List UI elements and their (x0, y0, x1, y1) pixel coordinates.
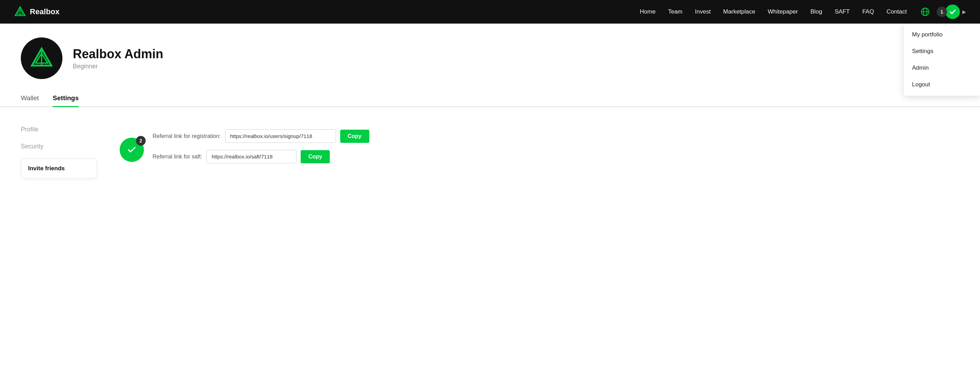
nav-team[interactable]: Team (668, 8, 682, 15)
profile-info: Realbox Admin Beginner (73, 47, 163, 70)
navbar-right: 1 ▶ (921, 3, 966, 20)
dropdown-logout[interactable]: Logout (904, 76, 980, 93)
navbar: Realbox Home Team Invest Marketplace Whi… (0, 0, 980, 24)
referral-notification-badge: 2 (136, 136, 146, 146)
profile-name: Realbox Admin (73, 47, 163, 61)
dropdown-settings[interactable]: Settings (904, 43, 980, 60)
user-menu-toggle[interactable]: 1 ▶ (937, 3, 966, 20)
avatar (21, 37, 62, 79)
referral-saft-row: Referral link for saft: Copy (153, 150, 330, 163)
nav-saft[interactable]: SAFT (835, 8, 850, 15)
nav-faq[interactable]: FAQ (862, 8, 874, 15)
nav-marketplace[interactable]: Marketplace (723, 8, 755, 15)
tab-settings[interactable]: Settings (53, 94, 79, 107)
notification-badge: 1 (937, 6, 947, 17)
nav-contact[interactable]: Contact (886, 8, 907, 15)
nav-blog[interactable]: Blog (810, 8, 822, 15)
logo-text: Realbox (30, 7, 60, 16)
nav-links: Home Team Invest Marketplace Whitepaper … (640, 8, 907, 15)
globe-icon-button[interactable] (921, 7, 930, 16)
tabs: Wallet Settings (0, 86, 980, 107)
referral-registration-input[interactable] (225, 129, 336, 143)
dropdown-my-portfolio[interactable]: My portfolio (904, 26, 980, 43)
logo[interactable]: Realbox (14, 6, 60, 18)
sidebar-item-profile[interactable]: Profile (21, 121, 97, 138)
user-dropdown-menu: My portfolio Settings Admin Logout (904, 24, 980, 96)
main-content: Realbox Admin Beginner 1 (0, 24, 980, 371)
nav-whitepaper[interactable]: Whitepaper (768, 8, 798, 15)
referral-saft-label: Referral link for saft: (153, 154, 202, 160)
profile-header: Realbox Admin Beginner 1 (0, 24, 980, 79)
settings-content: Profile Security Invite friends 2 (0, 107, 980, 193)
dropdown-arrow-icon: ▶ (963, 9, 966, 14)
referral-registration-label: Referral link for registration: (153, 133, 221, 139)
nav-invest[interactable]: Invest (695, 8, 711, 15)
referral-saft-input[interactable] (206, 150, 296, 163)
referral-center-area: 2 Referral link for registration: Copy R… (111, 121, 959, 178)
invite-friends-box[interactable]: Invite friends (21, 158, 97, 178)
referral-icon-area: 2 (118, 136, 146, 164)
tab-wallet[interactable]: Wallet (21, 94, 39, 107)
referral-registration-row: Referral link for registration: Copy (153, 129, 369, 143)
copy-registration-button[interactable]: Copy (340, 130, 369, 143)
dropdown-admin[interactable]: Admin (904, 60, 980, 76)
copy-saft-button[interactable]: Copy (301, 150, 330, 163)
referral-section: Referral link for registration: Copy Ref… (153, 129, 959, 170)
settings-sidebar: Profile Security Invite friends (21, 121, 97, 178)
profile-level: Beginner (73, 63, 163, 70)
nav-home[interactable]: Home (640, 8, 655, 15)
sidebar-item-security[interactable]: Security (21, 138, 97, 155)
